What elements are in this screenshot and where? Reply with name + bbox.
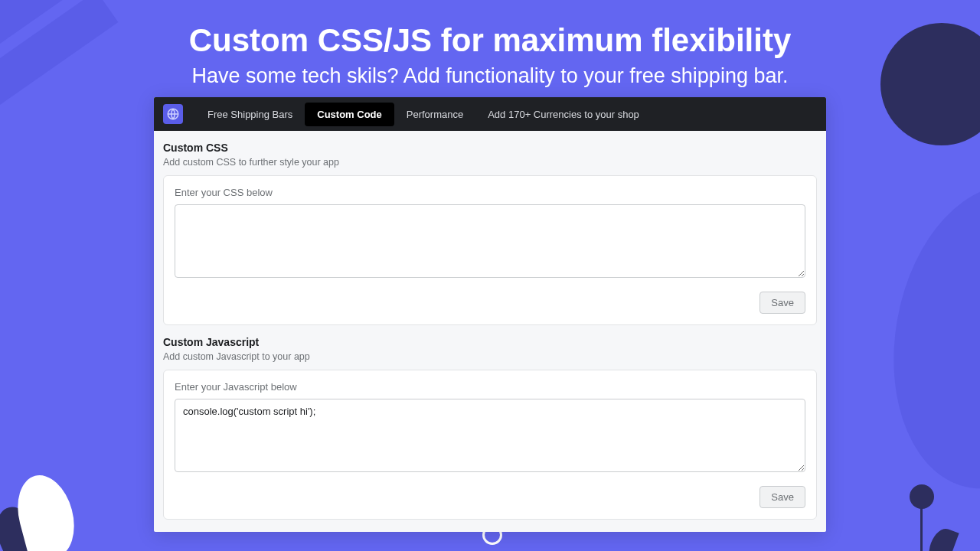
css-field-label: Enter your CSS below [175, 187, 805, 198]
bg-decoration [910, 484, 934, 509]
nav-performance[interactable]: Performance [394, 103, 475, 126]
nav-free-shipping-bars[interactable]: Free Shipping Bars [195, 103, 305, 126]
app-panel: Free Shipping Bars Custom Code Performan… [154, 97, 826, 532]
nav-custom-code[interactable]: Custom Code [305, 103, 394, 126]
custom-css-section: Custom CSS Add custom CSS to further sty… [154, 131, 826, 325]
js-field-label: Enter your Javascript below [175, 381, 805, 393]
navbar: Free Shipping Bars Custom Code Performan… [154, 97, 826, 131]
section-description: Add custom Javascript to your app [163, 351, 817, 362]
card-actions: Save [175, 486, 805, 508]
save-js-button[interactable]: Save [760, 486, 805, 508]
nav-add-currencies[interactable]: Add 170+ Currencies to your shop [475, 103, 652, 126]
app-logo-icon [163, 104, 183, 124]
bg-decoration [871, 168, 980, 504]
section-description: Add custom CSS to further style your app [163, 157, 817, 168]
css-input[interactable] [175, 204, 805, 278]
save-css-button[interactable]: Save [760, 292, 805, 314]
app-content: Custom CSS Add custom CSS to further sty… [154, 131, 826, 532]
hero-title: Custom CSS/JS for maximum flexibility [0, 21, 980, 60]
js-input[interactable]: console.log('custom script hi'); [175, 399, 805, 472]
custom-js-section: Custom Javascript Add custom Javascript … [154, 325, 826, 520]
css-card: Enter your CSS below Save [163, 175, 817, 325]
section-title: Custom Javascript [163, 336, 817, 348]
js-card: Enter your Javascript below console.log(… [163, 370, 817, 520]
bg-decoration [924, 525, 959, 551]
hero-section: Custom CSS/JS for maximum flexibility Ha… [0, 0, 980, 88]
card-actions: Save [175, 292, 805, 314]
section-title: Custom CSS [163, 142, 817, 154]
hero-subtitle: Have some tech skils? Add functionality … [0, 64, 980, 88]
